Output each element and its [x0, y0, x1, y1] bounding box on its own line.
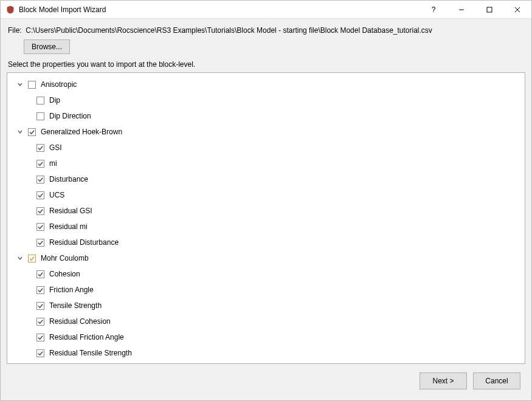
item-label: Disturbance: [49, 175, 88, 183]
item-label: Tensile Strength: [49, 301, 102, 310]
tree-item[interactable]: Cohesion: [10, 266, 522, 282]
svg-rect-0: [487, 7, 492, 12]
close-button[interactable]: [503, 1, 531, 19]
tree-item[interactable]: Dip: [10, 92, 522, 108]
chevron-down-icon[interactable]: [16, 254, 24, 262]
browse-button[interactable]: Browse...: [24, 39, 70, 54]
item-label: Residual Cohesion: [49, 317, 111, 326]
item-label: Residual Friction Angle: [49, 333, 124, 341]
item-checkbox[interactable]: [36, 97, 44, 105]
item-checkbox[interactable]: [36, 207, 44, 215]
tree-group[interactable]: Anisotropic: [10, 77, 522, 92]
item-label: Friction Angle: [49, 286, 94, 294]
item-label: GSI: [49, 143, 62, 152]
tree-group[interactable]: Generalized Hoek-Brown: [10, 124, 522, 140]
item-checkbox[interactable]: [36, 286, 44, 294]
item-label: UCS: [49, 191, 64, 199]
tree-item[interactable]: Residual GSI: [10, 203, 522, 219]
item-label: Residual Disturbance: [49, 238, 119, 247]
tree-item[interactable]: Dip Direction: [10, 108, 522, 124]
tree-item[interactable]: Friction Angle: [10, 282, 522, 298]
item-label: Residual GSI: [49, 207, 92, 215]
item-checkbox[interactable]: [36, 144, 44, 152]
group-checkbox[interactable]: [28, 81, 36, 89]
tree-item[interactable]: Disturbance: [10, 171, 522, 187]
item-label: Dip: [49, 96, 60, 105]
item-checkbox[interactable]: [36, 270, 44, 278]
item-label: Residual mi: [49, 222, 88, 231]
item-checkbox[interactable]: [36, 239, 44, 247]
minimize-button[interactable]: [447, 1, 475, 19]
group-label: Mohr Coulomb: [41, 254, 89, 262]
item-checkbox[interactable]: [36, 191, 44, 199]
group-checkbox[interactable]: [28, 255, 36, 262]
app-icon: [5, 5, 15, 15]
file-row: File: C:\Users\Public\Documents\Rocscien…: [7, 25, 525, 39]
tree-item[interactable]: UCS: [10, 187, 522, 203]
item-checkbox[interactable]: [36, 112, 44, 120]
next-button[interactable]: Next >: [420, 372, 467, 389]
tree-item[interactable]: Tensile Strength: [10, 298, 522, 314]
instruction-text: Select the properties you want to import…: [7, 60, 525, 72]
tree-item[interactable]: Residual Friction Angle: [10, 329, 522, 345]
item-checkbox[interactable]: [36, 223, 44, 231]
item-label: Residual Tensile Strength: [49, 349, 132, 357]
maximize-button[interactable]: [475, 1, 503, 19]
tree-group[interactable]: Mohr Coulomb: [10, 250, 522, 266]
group-label: Generalized Hoek-Brown: [41, 128, 122, 136]
item-checkbox[interactable]: [36, 349, 44, 357]
help-button[interactable]: ?: [420, 1, 447, 19]
property-tree[interactable]: AnisotropicDipDip DirectionGeneralized H…: [7, 72, 525, 364]
tree-item[interactable]: Residual Cohesion: [10, 314, 522, 329]
cancel-button[interactable]: Cancel: [473, 372, 520, 389]
item-checkbox[interactable]: [36, 160, 44, 168]
item-checkbox[interactable]: [36, 302, 44, 310]
window-title: Block Model Import Wizard: [19, 5, 106, 14]
content-area: File: C:\Users\Public\Documents\Rocscien…: [1, 19, 531, 400]
footer: Next > Cancel: [7, 364, 525, 396]
item-label: Cohesion: [49, 270, 80, 278]
chevron-down-icon[interactable]: [16, 128, 24, 136]
item-checkbox[interactable]: [36, 334, 44, 341]
titlebar: Block Model Import Wizard ?: [1, 1, 531, 19]
item-label: Dip Direction: [49, 112, 91, 120]
file-label: File:: [8, 26, 22, 35]
item-checkbox[interactable]: [36, 318, 44, 326]
tree-item[interactable]: Residual mi: [10, 219, 522, 235]
tree-item[interactable]: mi: [10, 156, 522, 171]
chevron-down-icon[interactable]: [16, 80, 24, 89]
group-label: Anisotropic: [41, 80, 77, 89]
file-path: C:\Users\Public\Documents\Rocscience\RS3…: [26, 26, 432, 35]
tree-item[interactable]: GSI: [10, 140, 522, 156]
item-checkbox[interactable]: [36, 176, 44, 183]
tree-item[interactable]: Residual Tensile Strength: [10, 345, 522, 361]
tree-item[interactable]: Residual Disturbance: [10, 235, 522, 250]
group-checkbox[interactable]: [28, 128, 36, 136]
item-label: mi: [49, 159, 57, 168]
